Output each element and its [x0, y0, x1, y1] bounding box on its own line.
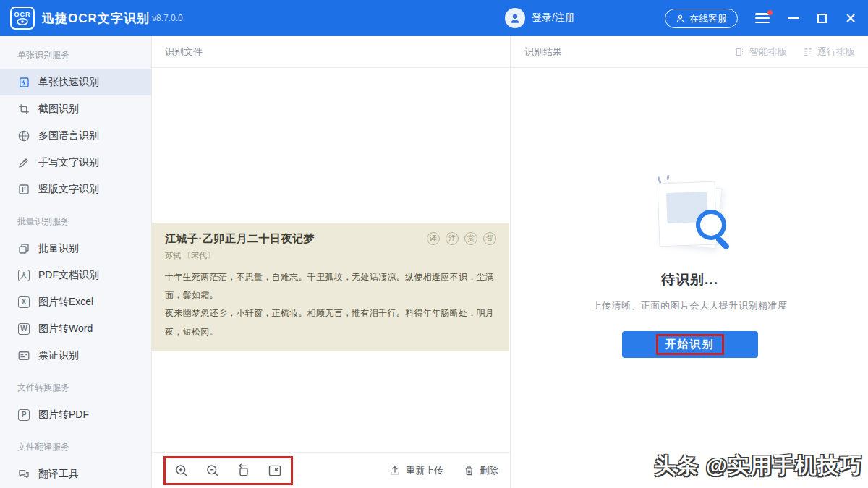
line-layout-tab[interactable]: 逐行排版 [803, 46, 855, 59]
magnifier-icon [696, 210, 726, 240]
sidebar-group-batch: 批量识别服务 [0, 215, 151, 235]
ticket-icon [17, 349, 30, 362]
result-panel-header: 识别结果 智能排版 逐行排版 [511, 36, 868, 68]
flash-page-icon [17, 76, 30, 89]
logo-ocr-text: OCR [14, 11, 31, 18]
poem-badges: 译 注 赏 背 [427, 232, 496, 245]
user-avatar-icon [509, 12, 522, 25]
smart-layout-icon [735, 47, 745, 57]
line-layout-label: 逐行排版 [817, 46, 855, 59]
word-icon: W [17, 322, 30, 335]
minimize-button[interactable] [788, 17, 799, 20]
sidebar-item-label: 图片转Word [38, 322, 93, 335]
poem-line-2: 夜来幽梦忽还乡，小轩窗，正梳妆。相顾无言，惟有泪千行。料得年年肠断处，明月夜，短… [165, 304, 496, 341]
sidebar-item-handwriting-recognition[interactable]: 手写文字识别 [0, 149, 151, 176]
avatar[interactable] [505, 8, 525, 28]
badge-translate: 译 [427, 232, 440, 245]
crop-icon [17, 103, 30, 116]
sidebar-item-label: 图片转Excel [38, 296, 93, 309]
badge-recite: 背 [483, 232, 496, 245]
watermark-text: 头条 @实用手机技巧 [654, 451, 862, 481]
login-register-link[interactable]: 登录/注册 [532, 12, 575, 25]
zoom-out-icon[interactable] [205, 463, 220, 478]
sidebar-item-multilanguage-recognition[interactable]: 多国语言识别 [0, 122, 151, 149]
sidebar-item-label: 翻译工具 [38, 468, 79, 481]
reupload-button[interactable]: 重新上传 [389, 464, 443, 477]
account-area[interactable]: 登录/注册 [505, 8, 575, 28]
badge-annotate: 注 [446, 232, 459, 245]
result-panel-title: 识别结果 [524, 46, 562, 59]
reupload-label: 重新上传 [406, 464, 443, 477]
smart-layout-tab[interactable]: 智能排版 [735, 46, 787, 59]
file-preview-area[interactable]: 江城子·乙卯正月二十日夜记梦 译 注 赏 背 苏轼 〔宋代〕 十年生死两茫茫，不… [152, 68, 510, 452]
sidebar-item-batch-recognition[interactable]: 批量识别 [0, 235, 151, 262]
sidebar-item-label: 批量识别 [38, 242, 79, 255]
sidebar-item-screenshot-recognition[interactable]: 截图识别 [0, 95, 151, 122]
eye-icon [17, 18, 28, 25]
line-layout-icon [803, 47, 813, 57]
result-body: 待识别... 上传清晰、正面的图片会大大提升识别精准度 开始识别 [511, 176, 868, 358]
notification-dot [767, 10, 773, 15]
excel-icon: X [17, 296, 30, 309]
sidebar-item-label: 票证识别 [38, 349, 79, 362]
sidebar-group-convert: 文件转换服务 [0, 382, 151, 401]
poem-line-1: 十年生死两茫茫，不思量，自难忘。千里孤坟，无处话凄凉。纵使相逢应不识，尘满面，鬓… [165, 268, 496, 304]
poem-title: 江城子·乙卯正月二十日夜记梦 [165, 232, 315, 246]
app-title: 迅捷OCR文字识别 [42, 10, 150, 27]
trash-icon [464, 465, 475, 476]
sidebar-group-single: 单张识别服务 [0, 49, 151, 69]
sidebar-item-pdf-recognition[interactable]: 人 PDF文档识别 [0, 262, 151, 288]
menu-icon[interactable] [755, 13, 770, 23]
file-panel: 识别文件 江城子·乙卯正月二十日夜记梦 译 注 赏 背 苏轼 〔宋代〕 十年生死… [152, 36, 511, 488]
titlebar: OCR 迅捷OCR文字识别 v8.7.0.0 登录/注册 在线客服 ✕ [0, 0, 868, 36]
online-support-button[interactable]: 在线客服 [665, 9, 738, 28]
tip-text: 上传清晰、正面的图片会大大提升识别精准度 [511, 299, 868, 312]
start-recognition-button[interactable]: 开始识别 [622, 331, 758, 358]
result-panel: 识别结果 智能排版 逐行排版 待识别... 上传清晰、正 [511, 36, 868, 488]
file-toolbar: 重新上传 删除 [152, 452, 510, 488]
sidebar-item-vertical-text-recognition[interactable]: 竖版文字识别 [0, 176, 151, 202]
waiting-illustration [647, 176, 733, 254]
poem-author: 苏轼 〔宋代〕 [165, 250, 496, 261]
maximize-button[interactable] [817, 14, 827, 23]
file-panel-title: 识别文件 [165, 46, 203, 59]
sidebar-group-translate: 文件翻译服务 [0, 441, 151, 461]
upload-icon [389, 465, 401, 476]
sidebar-item-image-to-word[interactable]: W 图片转Word [0, 315, 151, 342]
zoom-tools-highlight [163, 456, 293, 485]
close-button[interactable]: ✕ [845, 12, 856, 25]
sidebar-item-quick-recognition[interactable]: 单张快速识别 [0, 69, 151, 95]
vertical-text-icon [17, 183, 30, 196]
globe-icon [17, 129, 30, 142]
sidebar: 单张识别服务 单张快速识别 截图识别 多国语言识别 手 [0, 36, 152, 488]
fit-screen-icon[interactable] [268, 463, 282, 478]
rotate-icon[interactable] [237, 463, 251, 478]
sidebar-item-ticket-recognition[interactable]: 票证识别 [0, 342, 151, 369]
sidebar-item-image-to-pdf[interactable]: P 图片转PDF [0, 401, 151, 428]
chat-bubbles-icon [17, 468, 30, 481]
status-text: 待识别... [511, 270, 868, 289]
sidebar-item-label: 手写文字识别 [38, 156, 99, 169]
window-controls: ✕ [755, 0, 856, 36]
app-version: v8.7.0.0 [152, 13, 183, 23]
sidebar-item-label: 竖版文字识别 [38, 183, 99, 196]
pdf-doc-icon: 人 [17, 269, 30, 282]
person-icon [676, 14, 685, 23]
delete-button[interactable]: 删除 [464, 464, 498, 477]
app-logo-icon: OCR [10, 7, 35, 30]
zoom-in-icon[interactable] [174, 463, 189, 478]
file-panel-header: 识别文件 [152, 36, 510, 68]
sidebar-item-translate-tool[interactable]: 翻译工具 [0, 461, 151, 487]
sidebar-item-image-to-excel[interactable]: X 图片转Excel [0, 288, 151, 315]
smart-layout-label: 智能排版 [749, 46, 787, 59]
sidebar-item-label: 截图识别 [38, 103, 79, 116]
sidebar-item-label: 多国语言识别 [38, 129, 99, 142]
pen-icon [17, 156, 30, 169]
badge-appreciate: 赏 [464, 232, 477, 245]
uploaded-image-preview[interactable]: 江城子·乙卯正月二十日夜记梦 译 注 赏 背 苏轼 〔宋代〕 十年生死两茫茫，不… [152, 223, 509, 351]
sidebar-item-label: 单张快速识别 [38, 76, 99, 89]
copy-stack-icon [17, 242, 30, 255]
sidebar-item-label: 图片转PDF [38, 408, 89, 421]
online-support-label: 在线客服 [689, 12, 727, 25]
sidebar-item-label: PDF文档识别 [38, 269, 99, 282]
